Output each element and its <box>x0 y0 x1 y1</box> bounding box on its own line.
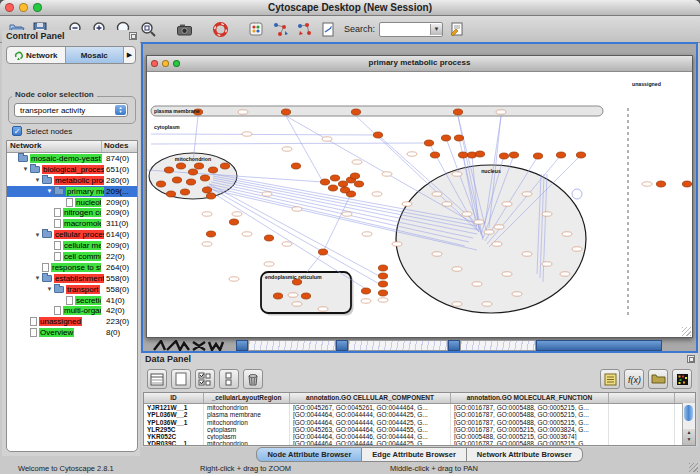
table-cell[interactable]: YJR121W__1 <box>144 404 204 411</box>
table-column-header[interactable]: annotation.GO CELLULAR_COMPONENT <box>290 393 451 403</box>
table-cell[interactable] <box>609 433 675 440</box>
network-node[interactable] <box>206 231 215 237</box>
table-cell[interactable]: [GO:0016787, GO:0005488, GO:0005215, G..… <box>451 404 609 411</box>
table-cell[interactable]: YPL036W__1 <box>144 419 204 426</box>
resize-grip-icon[interactable] <box>682 327 691 336</box>
network-node[interactable] <box>200 175 209 181</box>
network-node[interactable] <box>453 109 462 115</box>
tree-row[interactable]: ▼establishment of localization558(0) <box>7 273 137 284</box>
node-label-oval[interactable] <box>492 242 502 246</box>
formula-icon[interactable]: f(x) <box>624 369 644 389</box>
network-node[interactable] <box>202 187 211 193</box>
table-column-header[interactable] <box>609 393 675 403</box>
table-cell[interactable]: YLR295C <box>144 426 204 433</box>
network-node[interactable] <box>206 193 215 199</box>
new-attribute-icon[interactable] <box>171 369 191 389</box>
node-label-oval[interactable] <box>472 282 482 286</box>
table-row[interactable]: YKR052Ccytoplasm[GO:0044464, GO:0044446,… <box>144 433 695 440</box>
node-label-oval[interactable] <box>482 302 492 306</box>
float-panel-icon[interactable] <box>129 32 137 40</box>
table-cell[interactable]: [GO:0045263, GO:0044464, GO:0044455, G..… <box>290 426 451 433</box>
help-icon[interactable] <box>210 20 230 39</box>
tree-row[interactable]: response to stimulus264(0) <box>7 262 137 273</box>
heatmap-icon[interactable] <box>672 369 692 389</box>
network-node[interactable] <box>351 109 360 115</box>
node-label-oval[interactable] <box>432 192 442 196</box>
table-cell[interactable]: [GO:0044464, GO:0044444, GO:0044425, G..… <box>290 411 451 418</box>
node-label-oval[interactable] <box>282 242 292 246</box>
tree-row[interactable]: cell communication22(0) <box>7 251 137 262</box>
background-windows[interactable] <box>146 340 693 351</box>
tree-row[interactable]: Overview8(0) <box>7 327 137 338</box>
network-node[interactable] <box>264 235 273 241</box>
node-label-oval[interactable] <box>202 212 212 216</box>
network-node[interactable] <box>424 140 433 146</box>
network-node[interactable] <box>340 187 349 193</box>
network-node[interactable] <box>166 191 175 197</box>
node-label-oval[interactable] <box>242 132 252 136</box>
tab-node-attribute-browser[interactable]: Node Attribute Browser <box>256 447 362 462</box>
network-node[interactable] <box>454 135 463 141</box>
node-label-oval[interactable] <box>462 212 472 216</box>
tree-row[interactable]: nucleobase-containing209(0) <box>7 197 137 208</box>
node-label-oval[interactable] <box>242 232 252 236</box>
network-node[interactable] <box>273 293 282 299</box>
node-label-oval[interactable] <box>432 252 442 256</box>
region-plasma-membrane[interactable] <box>151 106 603 116</box>
network-node[interactable] <box>441 135 450 141</box>
network-node[interactable] <box>430 152 439 158</box>
table-row[interactable]: YPL036W__1mitochondrion[GO:0044464, GO:0… <box>144 419 695 426</box>
tree-column-network[interactable]: Network <box>7 141 102 152</box>
network-node[interactable] <box>281 109 290 115</box>
table-cell[interactable]: [GO:0044464, GO:0044444, GO:0044425, G..… <box>290 440 451 446</box>
node-label-oval[interactable] <box>474 220 484 224</box>
table-column-header[interactable]: _cellularLayoutRegion <box>204 393 290 403</box>
network-node[interactable] <box>656 181 665 187</box>
node-label-oval[interactable] <box>442 202 452 206</box>
node-label-oval[interactable] <box>292 207 302 211</box>
node-label-oval[interactable] <box>229 277 239 281</box>
float-data-panel-icon[interactable] <box>687 355 695 363</box>
table-cell[interactable]: YKR052C <box>144 433 204 440</box>
tree-row[interactable]: ▼metabolic process280(0) <box>7 175 137 186</box>
node-label-oval[interactable] <box>484 230 494 234</box>
node-label-oval[interactable] <box>264 262 274 266</box>
node-label-oval[interactable] <box>322 137 332 141</box>
tree-row[interactable]: ▼biological_process651(0) <box>7 164 137 175</box>
tree-row[interactable]: secretion41(0) <box>7 295 137 306</box>
network-node[interactable] <box>354 181 363 187</box>
network-node[interactable] <box>220 163 229 169</box>
node-label-oval[interactable] <box>542 262 552 266</box>
tree-row[interactable]: multi-organism process42(0) <box>7 305 137 316</box>
table-cell[interactable]: cytoplasm <box>204 433 290 440</box>
network-node[interactable] <box>338 181 347 187</box>
table-cell[interactable]: [GO:0044464, GO:0044446, GO:0044444, G..… <box>290 433 451 440</box>
network-node[interactable] <box>186 179 195 185</box>
layout-2-icon[interactable] <box>294 20 314 39</box>
tree-column-nodes[interactable]: Nodes <box>102 141 137 152</box>
tree-row[interactable]: ▼cellular process614(0) <box>7 229 137 240</box>
node-label-oval[interactable] <box>642 182 652 186</box>
annotation-icon[interactable] <box>447 20 467 39</box>
node-label-oval[interactable] <box>238 110 248 114</box>
network-node[interactable] <box>378 281 387 287</box>
network-node[interactable] <box>301 293 310 299</box>
select-all-attributes-icon[interactable] <box>195 369 215 389</box>
node-label-oval[interactable] <box>262 192 272 196</box>
network-node[interactable] <box>576 152 585 158</box>
network-node[interactable] <box>328 185 337 191</box>
node-label-oval[interactable] <box>496 110 506 114</box>
scrollbar-arrows-icon[interactable]: ▲▼ <box>683 429 695 445</box>
node-label-oval[interactable] <box>452 302 462 306</box>
table-cell[interactable]: [GO:0044464, GO:0044444, GO:0044425, G..… <box>290 419 451 426</box>
table-cell[interactable]: mitochondrion <box>204 404 290 411</box>
tab-overflow-arrow[interactable]: ▶ <box>124 47 135 63</box>
table-cell[interactable]: [GO:0016787, GO:0005488, GO:0005215, G..… <box>451 411 609 418</box>
unselect-all-attributes-icon[interactable] <box>219 369 239 389</box>
node-label-oval[interactable] <box>494 225 504 229</box>
network-node[interactable] <box>509 152 518 158</box>
node-label-oval[interactable] <box>352 160 362 164</box>
node-label-oval[interactable] <box>378 298 388 302</box>
network-node[interactable] <box>350 173 359 179</box>
table-cell[interactable]: [GO:0016787, GO:0005488, GO:0005215, G..… <box>451 440 609 446</box>
